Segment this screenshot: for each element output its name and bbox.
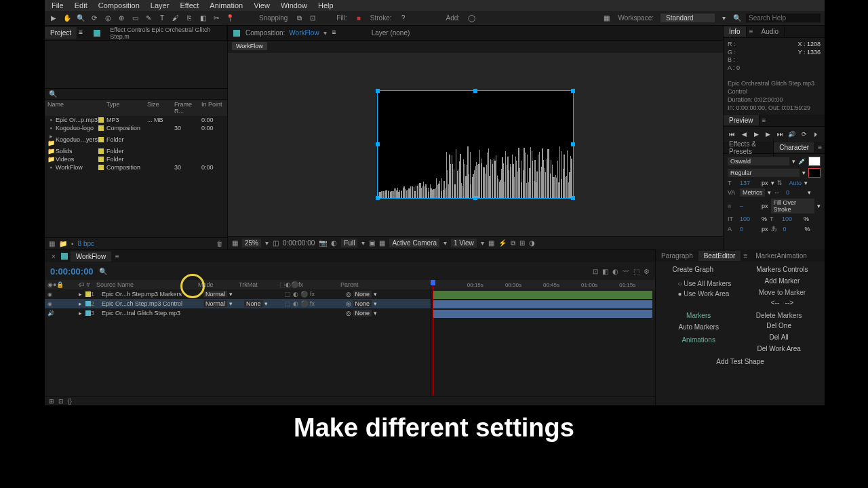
brush-tool-icon[interactable]: 🖌 bbox=[171, 14, 180, 23]
preview-tab[interactable]: Preview bbox=[724, 115, 760, 125]
lead-dropdown-icon[interactable]: ▾ bbox=[804, 180, 808, 186]
transform-handle[interactable] bbox=[571, 89, 575, 93]
add-test-shape-button[interactable]: Add Test Shape bbox=[716, 358, 764, 365]
views-dropdown-icon[interactable]: ▾ bbox=[481, 239, 484, 247]
transform-handle[interactable] bbox=[473, 89, 477, 93]
workspace-icon[interactable]: ▦ bbox=[601, 14, 611, 23]
menu-animation[interactable]: Animation bbox=[204, 1, 248, 9]
font-dropdown-icon[interactable]: ▾ bbox=[792, 158, 795, 165]
hscale-input[interactable]: 100 bbox=[782, 216, 801, 222]
layer-bar[interactable] bbox=[433, 310, 652, 318]
char-menu-icon[interactable]: ≡ bbox=[815, 142, 825, 152]
roto-tool-icon[interactable]: ✂ bbox=[212, 14, 221, 23]
folder-icon[interactable]: 📁 bbox=[59, 240, 67, 247]
markeranimation-tab[interactable]: MarkerAnimation bbox=[750, 251, 812, 261]
prev-marker-button[interactable]: <-- bbox=[771, 299, 780, 306]
bpc-button[interactable]: 8 bpc bbox=[78, 240, 94, 247]
pen-tool-icon[interactable]: ✎ bbox=[144, 14, 153, 23]
transform-handle[interactable] bbox=[376, 89, 380, 93]
project-item[interactable]: ▪WorkFlowComposition300:00 bbox=[45, 163, 227, 171]
draft-3d-icon[interactable]: ⬚ bbox=[633, 268, 639, 275]
project-search-input[interactable] bbox=[60, 90, 223, 98]
kern-dropdown-icon[interactable]: ▾ bbox=[768, 189, 771, 196]
help-icon[interactable]: ? bbox=[399, 14, 408, 23]
menu-layer[interactable]: Layer bbox=[145, 1, 175, 9]
exposure-icon[interactable]: ◑ bbox=[529, 239, 535, 247]
fill-over-stroke-select[interactable]: Fill Over Stroke bbox=[771, 199, 814, 214]
fill-label[interactable]: Fill: bbox=[334, 14, 350, 22]
snapping-label[interactable]: Snapping bbox=[256, 14, 290, 22]
timeline-icon[interactable]: ⧉ bbox=[511, 239, 515, 247]
project-item[interactable]: ▪Epic Or...p.mp3MP3... MB0:00 bbox=[45, 116, 227, 124]
eyedropper-icon[interactable]: 💉 bbox=[798, 158, 806, 165]
graph-editor-icon[interactable]: 〰 bbox=[623, 268, 629, 275]
use-work-area-radio[interactable]: ● Use Work Area bbox=[673, 290, 732, 298]
add-icon[interactable]: ◯ bbox=[467, 14, 476, 23]
motion-blur-icon[interactable]: ◐ bbox=[612, 268, 618, 275]
comp-icon[interactable]: ▪ bbox=[71, 240, 74, 247]
time-ruler[interactable]: 00:15s 00:30s 00:45s 01:00s 01:15s bbox=[431, 280, 655, 289]
audio-tab[interactable]: Audio bbox=[756, 26, 785, 37]
expand-icon[interactable]: {} bbox=[68, 398, 72, 405]
baseline-input[interactable]: 0 bbox=[740, 226, 759, 232]
col-mode[interactable]: Mode bbox=[198, 281, 239, 288]
parent-select[interactable]: None bbox=[353, 291, 372, 298]
search-icon[interactable]: 🔍 bbox=[732, 14, 742, 23]
font-style-select[interactable]: Regular bbox=[728, 169, 800, 177]
font-select[interactable]: Oswald bbox=[728, 157, 789, 165]
current-timecode[interactable]: 0:00:00:00 bbox=[50, 266, 94, 277]
rotate-tool-icon[interactable]: ⟳ bbox=[90, 14, 99, 23]
menu-file[interactable]: File bbox=[46, 1, 69, 9]
col-trkmat[interactable]: TrkMat bbox=[239, 281, 279, 288]
effect-controls-tab[interactable]: Effect Controls Epic Orchestral Glitch S… bbox=[104, 24, 227, 42]
blend-mode-select[interactable]: Normal bbox=[203, 300, 227, 307]
snapping-toggle-icon[interactable]: ⧉ bbox=[294, 14, 304, 23]
parent-select[interactable]: None bbox=[353, 310, 372, 317]
leading-input[interactable]: Auto bbox=[789, 180, 802, 186]
project-item[interactable]: ▸📁Kogoduo…yersFolder bbox=[45, 132, 227, 147]
parent-select[interactable]: None bbox=[353, 300, 372, 307]
camera-tool-icon[interactable]: ◎ bbox=[103, 14, 113, 23]
col-type[interactable]: Type bbox=[106, 101, 147, 115]
timeline-track-area[interactable]: 00:15s 00:30s 00:45s 01:00s 01:15s bbox=[431, 280, 655, 396]
current-time-indicator[interactable] bbox=[433, 280, 433, 396]
timeline-layer[interactable]: ◉▸1Epic Or...h Step.mp3 MarkersNormal ▾⬚… bbox=[45, 289, 431, 299]
menu-effect[interactable]: Effect bbox=[174, 1, 204, 9]
style-dropdown-icon[interactable]: ▾ bbox=[802, 169, 806, 176]
transparency-icon[interactable]: ▦ bbox=[379, 239, 385, 247]
add-marker-button[interactable]: Add Marker bbox=[756, 277, 808, 285]
brainstorm-icon[interactable]: ⚙ bbox=[644, 268, 650, 275]
trkmat-select[interactable]: None bbox=[244, 300, 263, 307]
tl-menu-icon[interactable]: ≡ bbox=[111, 251, 123, 262]
layer-bar[interactable] bbox=[433, 300, 652, 308]
resolution-select[interactable]: Full bbox=[341, 239, 357, 247]
comp-viewer[interactable] bbox=[228, 53, 723, 236]
tsume-input[interactable]: 0 bbox=[783, 226, 802, 232]
vscale-input[interactable]: 100 bbox=[740, 216, 759, 222]
preview-menu-icon[interactable]: ≡ bbox=[760, 115, 769, 125]
animations-button[interactable]: Animations bbox=[678, 336, 718, 344]
blend-mode-select[interactable]: Normal bbox=[203, 291, 227, 298]
text-tool-icon[interactable]: T bbox=[157, 14, 167, 23]
beat-menu-icon[interactable]: ≡ bbox=[741, 251, 750, 261]
project-item[interactable]: ▪Kogoduo-logoComposition300:00 bbox=[45, 124, 227, 132]
col-inpoint[interactable]: In Point bbox=[201, 101, 224, 115]
layer-color-swatch[interactable] bbox=[85, 301, 91, 306]
toggle-modes-icon[interactable]: ⊡ bbox=[58, 398, 64, 405]
stroke-label[interactable]: Stroke: bbox=[368, 14, 395, 22]
info-tab[interactable]: Info bbox=[724, 26, 747, 37]
stroke-swatch[interactable] bbox=[808, 168, 821, 178]
col-name[interactable]: Name bbox=[47, 101, 97, 115]
fill-swatch[interactable] bbox=[808, 157, 821, 166]
menu-composition[interactable]: Composition bbox=[93, 1, 145, 9]
project-item[interactable]: 📁SolidsFolder bbox=[45, 147, 227, 155]
zoom-select[interactable]: 25% bbox=[242, 239, 261, 247]
comp-canvas[interactable] bbox=[377, 90, 574, 199]
zoom-icon[interactable]: ▦ bbox=[232, 239, 238, 247]
snap-option-icon[interactable]: ⊡ bbox=[308, 14, 317, 23]
resolution-icon[interactable]: ◫ bbox=[273, 239, 279, 247]
workspace-select[interactable]: Standard bbox=[660, 14, 715, 22]
auto-markers-button[interactable]: Auto Markers bbox=[678, 323, 718, 331]
comp-menu-icon[interactable]: ≡ bbox=[332, 28, 342, 38]
roi-icon[interactable]: ▣ bbox=[369, 239, 375, 247]
